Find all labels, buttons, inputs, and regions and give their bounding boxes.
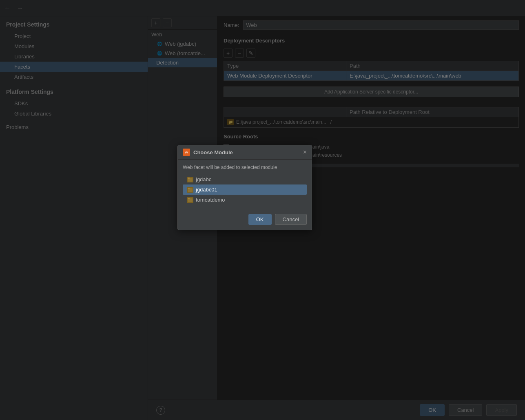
modal-title-icon: W	[183, 149, 190, 156]
modal-description: Web facet will be added to selected modu…	[183, 164, 307, 170]
module-folder-icon-jgdabc	[187, 177, 193, 182]
module-label-jgdabc01: jgdabc01	[196, 187, 217, 193]
module-item-tomcatdemo[interactable]: tomcatdemo	[183, 195, 307, 205]
modal-buttons: OK Cancel	[178, 210, 312, 230]
module-label-jgdabc: jgdabc	[196, 176, 211, 182]
modal-titlebar: W Choose Module ×	[178, 145, 312, 160]
modal-close-button[interactable]: ×	[303, 149, 307, 156]
choose-module-dialog: W Choose Module × Web facet will be adde…	[177, 145, 312, 230]
svg-rect-3	[188, 178, 190, 179]
module-label-tomcatdemo: tomcatdemo	[196, 197, 225, 203]
modal-cancel-button[interactable]: Cancel	[275, 214, 307, 225]
modal-ok-button[interactable]: OK	[248, 214, 272, 225]
svg-rect-7	[188, 198, 190, 199]
modal-body: Web facet will be added to selected modu…	[178, 160, 312, 210]
svg-rect-5	[188, 188, 190, 189]
module-item-jgdabc[interactable]: jgdabc	[183, 174, 307, 184]
modal-title-text: Choose Module	[193, 149, 300, 156]
module-folder-icon-jgdabc01	[187, 187, 193, 193]
svg-text:W: W	[185, 151, 188, 154]
modal-overlay: W Choose Module × Web facet will be adde…	[0, 0, 525, 420]
module-item-jgdabc01[interactable]: jgdabc01	[183, 184, 307, 195]
module-folder-icon-tomcatdemo	[187, 197, 193, 203]
